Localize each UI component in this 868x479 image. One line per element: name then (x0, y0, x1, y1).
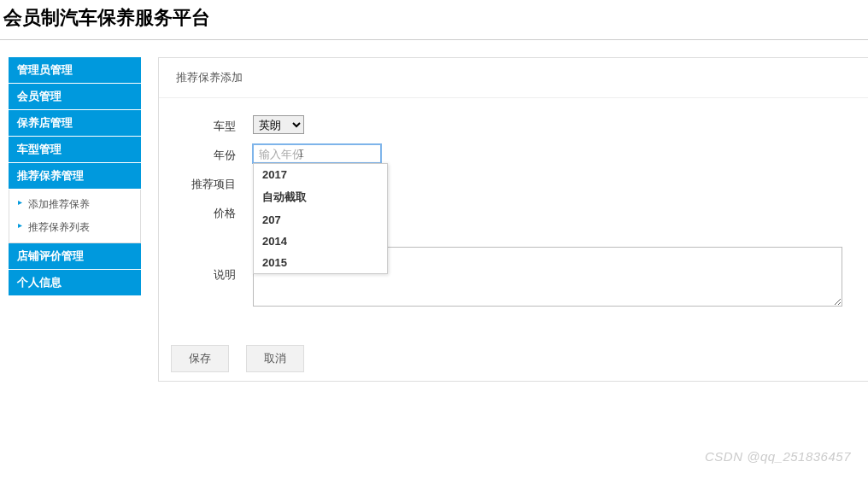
autocomplete-item[interactable]: 207 (254, 209, 387, 231)
content-panel: 推荐保养添加 车型 英朗 年份 𝙸 2017 自动截取 (158, 57, 868, 382)
sidebar-submenu-recommend: 添加推荐保养 推荐保养列表 (9, 190, 141, 243)
sidebar-item-model[interactable]: 车型管理 (9, 137, 141, 163)
year-input[interactable] (253, 144, 381, 163)
sidebar-item-review[interactable]: 店铺评价管理 (9, 243, 141, 270)
cancel-button[interactable]: 取消 (246, 345, 304, 372)
autocomplete-item[interactable]: 自动截取 (254, 185, 387, 209)
watermark: CSDN @qq_251836457 (705, 449, 851, 464)
autocomplete-item[interactable]: 2017 (254, 164, 387, 185)
sidebar-item-recommend[interactable]: 推荐保养管理 (9, 163, 141, 190)
sidebar: 管理员管理 会员管理 保养店管理 车型管理 推荐保养管理 添加推荐保养 推荐保养… (9, 57, 141, 382)
label-model: 车型 (185, 115, 253, 134)
sidebar-item-shop[interactable]: 保养店管理 (9, 110, 141, 137)
panel-title: 推荐保养添加 (159, 58, 868, 98)
label-desc: 说明 (185, 247, 253, 283)
page-header: 会员制汽车保养服务平台 (0, 0, 868, 40)
label-year: 年份 (185, 144, 253, 163)
sidebar-item-admin[interactable]: 管理员管理 (9, 57, 141, 84)
form-area: 车型 英朗 年份 𝙸 2017 自动截取 207 2014 (159, 98, 868, 336)
autocomplete-item[interactable]: 2015 (254, 252, 387, 273)
sidebar-subitem-add[interactable]: 添加推荐保养 (9, 193, 140, 216)
page-title: 会员制汽车保养服务平台 (3, 5, 865, 31)
button-row: 保存 取消 (159, 336, 868, 381)
row-model: 车型 英朗 (185, 115, 842, 134)
sidebar-item-member[interactable]: 会员管理 (9, 84, 141, 110)
model-select[interactable]: 英朗 (253, 115, 304, 134)
sidebar-subitem-list[interactable]: 推荐保养列表 (9, 216, 140, 239)
label-project: 推荐项目 (185, 173, 253, 192)
row-year: 年份 𝙸 2017 自动截取 207 2014 2015 (185, 144, 842, 163)
year-autocomplete: 2017 自动截取 207 2014 2015 (253, 163, 388, 274)
autocomplete-item[interactable]: 2014 (254, 231, 387, 252)
save-button[interactable]: 保存 (171, 345, 229, 372)
label-price: 价格 (185, 202, 253, 221)
sidebar-item-profile[interactable]: 个人信息 (9, 270, 141, 296)
main-layout: 管理员管理 会员管理 保养店管理 车型管理 推荐保养管理 添加推荐保养 推荐保养… (0, 40, 868, 382)
